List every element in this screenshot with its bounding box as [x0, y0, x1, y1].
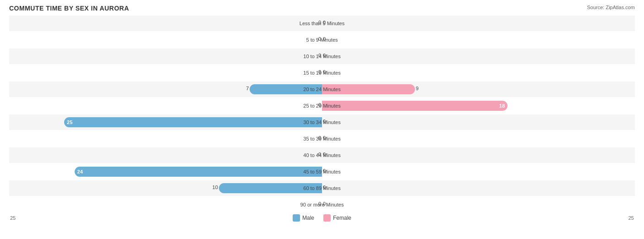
- male-bar: 24: [75, 167, 322, 177]
- bar-row: 01825 to 29 Minutes: [9, 98, 635, 114]
- chart-body: 00Less than 5 Minutes005 to 9 Minutes001…: [9, 16, 635, 212]
- bar-row: 10060 to 89 Minutes: [9, 180, 635, 196]
- axis-left-label: 25: [10, 215, 16, 221]
- female-zero-value: 0: [323, 152, 326, 157]
- male-bar: [219, 183, 322, 193]
- bar-row: 00Less than 5 Minutes: [9, 16, 635, 31]
- chart-source: Source: ZipAtlas.com: [587, 5, 635, 10]
- chart-footer: 25 Male Female 25: [9, 214, 635, 222]
- female-zero-value: 0: [323, 53, 326, 58]
- chart-title: COMMUTE TIME BY SEX IN AURORA: [9, 5, 129, 12]
- row-label: 10 to 14 Minutes: [303, 54, 340, 59]
- male-zero-value: 0: [318, 20, 321, 25]
- legend-male-box: [293, 214, 300, 222]
- row-label: 90 or more Minutes: [300, 202, 344, 207]
- chart-container: COMMUTE TIME BY SEX IN AURORA Source: Zi…: [0, 0, 644, 239]
- row-label: 15 to 19 Minutes: [303, 70, 340, 76]
- female-zero-value: 0: [323, 168, 326, 174]
- male-value: 25: [67, 120, 72, 125]
- female-value: 18: [499, 103, 505, 109]
- row-label: 5 to 9 Minutes: [306, 37, 338, 43]
- female-zero-value: 0: [323, 135, 326, 141]
- row-label: 40 to 44 Minutes: [303, 152, 340, 158]
- male-outside-value: 10: [213, 185, 218, 190]
- female-zero-value: 0: [323, 185, 326, 190]
- female-bar: 18: [322, 101, 508, 111]
- female-zero-value: 0: [323, 69, 326, 75]
- male-zero-value: 0: [318, 135, 321, 141]
- bar-row: 0010 to 14 Minutes: [9, 49, 635, 64]
- legend: Male Female: [293, 214, 351, 222]
- bar-row: 005 to 9 Minutes: [9, 32, 635, 48]
- bar-row: 24045 to 59 Minutes: [9, 164, 635, 179]
- bar-row: 0015 to 19 Minutes: [9, 65, 635, 81]
- chart-header: COMMUTE TIME BY SEX IN AURORA Source: Zi…: [9, 5, 635, 12]
- female-outside-value: 9: [416, 86, 419, 91]
- male-bar: [250, 84, 322, 94]
- bar-row: 0040 to 44 Minutes: [9, 147, 635, 163]
- male-zero-value: 0: [318, 36, 321, 42]
- legend-female: Female: [323, 214, 351, 222]
- legend-female-box: [323, 214, 331, 222]
- male-zero-value: 0: [318, 102, 321, 108]
- bar-row: 0090 or more Minutes: [9, 197, 635, 212]
- female-zero-value: 0: [323, 36, 326, 42]
- bar-row: 7920 to 24 Minutes: [9, 81, 635, 97]
- male-zero-value: 0: [318, 201, 321, 206]
- legend-female-label: Female: [333, 215, 351, 221]
- female-zero-value: 0: [323, 119, 326, 124]
- male-zero-value: 0: [318, 152, 321, 157]
- female-zero-value: 0: [323, 20, 326, 25]
- female-bar: [322, 84, 415, 94]
- male-outside-value: 7: [246, 86, 249, 91]
- male-bar: 25: [64, 117, 322, 127]
- male-value: 24: [77, 169, 83, 174]
- male-zero-value: 0: [318, 53, 321, 58]
- male-zero-value: 0: [318, 69, 321, 75]
- row-label: 35 to 39 Minutes: [303, 136, 340, 141]
- bar-row: 0035 to 39 Minutes: [9, 131, 635, 147]
- bar-row: 25030 to 34 Minutes: [9, 114, 635, 130]
- legend-male: Male: [293, 214, 314, 222]
- axis-right-label: 25: [628, 215, 634, 221]
- row-label: Less than 5 Minutes: [300, 21, 344, 26]
- legend-male-label: Male: [302, 215, 314, 221]
- female-zero-value: 0: [323, 201, 326, 206]
